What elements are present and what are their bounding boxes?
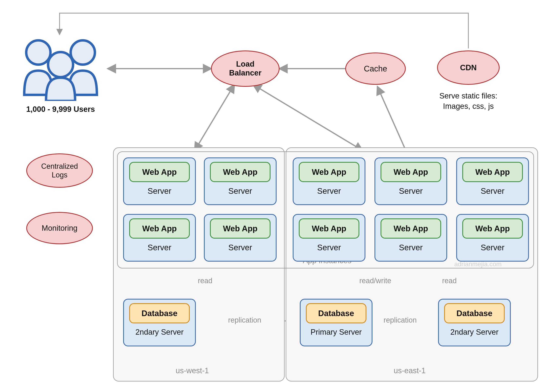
- web-app-label: Web App: [142, 224, 177, 233]
- cache-node: Cache: [345, 53, 406, 85]
- db-role-label: Primary Server: [310, 328, 362, 336]
- web-app-pill: Web App: [299, 162, 359, 182]
- web-app-pill: Web App: [462, 218, 523, 239]
- monitoring-label: Monitoring: [42, 224, 77, 233]
- server-label: Server: [228, 243, 252, 252]
- edge-label-replication-east: replication: [383, 316, 417, 324]
- db-server-card: Database Primary Server: [300, 299, 373, 346]
- web-app-pill: Web App: [210, 162, 270, 182]
- server-card: Web App Server: [293, 214, 365, 261]
- db-server-card: Database 2ndary Server: [438, 299, 511, 346]
- db-role-label: 2ndary Server: [135, 328, 184, 336]
- web-app-pill: Web App: [381, 162, 441, 182]
- cdn-caption: Serve static files: Images, css, js: [434, 91, 503, 112]
- database-pill: Database: [129, 303, 190, 323]
- server-label: Server: [399, 243, 423, 252]
- database-label: Database: [141, 309, 177, 318]
- web-app-pill: Web App: [462, 162, 523, 182]
- database-pill: Database: [444, 303, 505, 323]
- svg-point-1: [71, 40, 95, 65]
- svg-point-0: [26, 40, 50, 65]
- database-label: Database: [457, 309, 492, 318]
- server-card: Web App Server: [456, 214, 529, 261]
- server-card: Web App Server: [456, 158, 529, 205]
- region-east-label: us-east-1: [394, 366, 426, 375]
- monitoring-node: Monitoring: [26, 212, 93, 244]
- database-label: Database: [318, 309, 354, 318]
- server-label: Server: [481, 187, 504, 196]
- server-card: Web App Server: [374, 214, 447, 261]
- server-label: Server: [317, 243, 341, 252]
- server-label: Server: [481, 243, 504, 252]
- cdn-node: CDN: [437, 50, 500, 85]
- diagram-canvas: 1,000 - 9,999 Users Load Balancer Cache …: [0, 0, 559, 392]
- watermark: adrianmejia.com: [454, 260, 502, 268]
- web-app-label: Web App: [393, 224, 428, 233]
- cache-label: Cache: [364, 64, 387, 73]
- edge-label-read-east: read: [442, 277, 457, 285]
- web-app-label: Web App: [312, 224, 346, 233]
- centralized-logs-node: Centralized Logs: [26, 153, 93, 188]
- centralized-logs-label: Centralized Logs: [41, 162, 78, 179]
- load-balancer-label: Load Balancer: [229, 60, 262, 77]
- web-app-label: Web App: [475, 224, 510, 233]
- server-label: Server: [228, 187, 252, 196]
- database-pill: Database: [306, 303, 366, 323]
- server-card: Web App Server: [293, 158, 365, 205]
- server-label: Server: [399, 187, 423, 196]
- web-app-label: Web App: [312, 168, 346, 177]
- db-role-label: 2ndary Server: [450, 328, 499, 336]
- server-card: Web App Server: [204, 158, 277, 205]
- web-app-pill: Web App: [381, 218, 441, 239]
- server-card: Web App Server: [123, 214, 196, 261]
- web-app-pill: Web App: [129, 218, 190, 239]
- db-server-card: Database 2ndary Server: [123, 299, 196, 346]
- web-app-label: Web App: [223, 224, 257, 233]
- edge-label-readwrite: read/write: [359, 277, 391, 285]
- edge-label-read: read: [198, 277, 212, 285]
- region-west-label: us-west-1: [176, 366, 209, 375]
- server-label: Server: [317, 187, 341, 196]
- server-label: Server: [148, 187, 171, 196]
- load-balancer-node: Load Balancer: [211, 50, 280, 87]
- web-app-pill: Web App: [129, 162, 190, 182]
- server-card: Web App Server: [374, 158, 447, 205]
- web-app-label: Web App: [223, 168, 257, 177]
- web-app-label: Web App: [142, 168, 177, 177]
- cdn-label: CDN: [460, 63, 477, 72]
- web-app-pill: Web App: [210, 218, 270, 239]
- web-app-pill: Web App: [299, 218, 359, 239]
- web-app-label: Web App: [393, 168, 428, 177]
- users-icon: [16, 34, 105, 115]
- web-app-label: Web App: [475, 168, 510, 177]
- server-card: Web App Server: [123, 158, 196, 205]
- users-caption: 1,000 - 9,999 Users: [14, 105, 107, 114]
- svg-point-2: [48, 52, 73, 77]
- edge-label-replication-west: replication: [228, 316, 261, 324]
- server-card: Web App Server: [204, 214, 277, 261]
- server-label: Server: [148, 243, 171, 252]
